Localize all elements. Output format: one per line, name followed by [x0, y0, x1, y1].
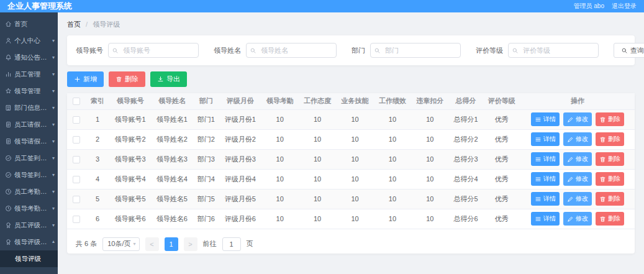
delete-button[interactable]: 删除: [596, 192, 624, 206]
edit-button[interactable]: 修改: [563, 212, 592, 226]
delete-button[interactable]: 删除: [596, 132, 624, 146]
sidebar-item[interactable]: 通知公告管理▾: [0, 49, 58, 66]
list-icon: [535, 156, 542, 163]
sidebar-item[interactable]: 个人中心▾: [0, 32, 58, 49]
batch-delete-button[interactable]: 删除: [109, 71, 145, 87]
table-row: 2领导账号2领导姓名2部门2评级月份21010101010总得分2优秀详情修改删…: [67, 129, 635, 149]
detail-button[interactable]: 详情: [531, 152, 560, 166]
trash-icon: [599, 116, 606, 123]
table-cell: 10: [411, 209, 448, 229]
row-checkbox[interactable]: [73, 196, 80, 203]
chevron-down-icon: ▾: [52, 172, 55, 178]
detail-button[interactable]: 详情: [531, 132, 560, 146]
table-cell: 总得分6: [449, 209, 483, 229]
leader-name-input[interactable]: [246, 43, 337, 58]
row-checkbox[interactable]: [73, 216, 80, 223]
edit-button[interactable]: 修改: [563, 112, 592, 126]
next-page-button[interactable]: >: [184, 237, 197, 251]
table-cell: 部门5: [193, 189, 220, 209]
list-icon: [535, 216, 542, 222]
delete-button[interactable]: 删除: [596, 112, 624, 126]
table-cell: 3: [86, 149, 109, 169]
table-cell: 评级月份4: [219, 169, 261, 189]
prev-page-button[interactable]: <: [145, 237, 159, 251]
row-checkbox[interactable]: [73, 156, 80, 163]
sidebar-item[interactable]: 领导请假管理▾: [0, 133, 58, 150]
chevron-down-icon: ▾: [52, 38, 55, 43]
trash-icon: [116, 76, 122, 83]
detail-button[interactable]: 详情: [531, 112, 560, 126]
table-cell: 10: [299, 189, 336, 209]
table-cell: 部门6: [193, 209, 220, 229]
sidebar-item[interactable]: 员工考勤管理▾: [0, 183, 58, 200]
page-size-select[interactable]: 10条/页 ▾: [102, 237, 139, 251]
detail-button[interactable]: 详情: [531, 192, 560, 206]
chevron-down-icon: ▾: [52, 55, 55, 60]
breadcrumb: 首页 / 领导评级: [67, 20, 635, 29]
sidebar-item[interactable]: 员工评级管理▾: [0, 217, 58, 234]
edit-button[interactable]: 修改: [563, 132, 592, 146]
table-cell: 优秀: [483, 189, 520, 209]
table-cell: 部门3: [193, 149, 220, 169]
table-cell: 2: [86, 129, 109, 149]
edit-button[interactable]: 修改: [563, 152, 592, 166]
breadcrumb-home[interactable]: 首页: [67, 21, 81, 28]
row-actions-cell: 详情修改删除: [520, 169, 635, 189]
table-row: 5领导账号5领导姓名5部门5评级月份51010101010总得分5优秀详情修改删…: [67, 189, 635, 209]
delete-button[interactable]: 删除: [596, 172, 624, 186]
table-cell: 10: [411, 149, 448, 169]
sidebar-item[interactable]: 领导签到管理▾: [0, 167, 58, 183]
table-cell: 总得分2: [449, 129, 483, 149]
select-all-checkbox[interactable]: [73, 98, 80, 105]
delete-button[interactable]: 删除: [596, 212, 624, 226]
export-button[interactable]: 导出: [150, 71, 187, 87]
sidebar-item[interactable]: 领导管理▾: [0, 83, 58, 99]
detail-button[interactable]: 详情: [531, 212, 560, 226]
table-header-row: 索引领导账号领导姓名部门评级月份领导考勤工作态度业务技能工作绩效违章扣分总得分评…: [67, 93, 635, 109]
sidebar-item[interactable]: 首页: [0, 16, 58, 32]
search-icon: [621, 47, 628, 54]
logout-link[interactable]: 退出登录: [612, 2, 637, 11]
table-cell: 领导姓名1: [151, 109, 193, 129]
main-content: 首页 / 领导评级 领导账号 领导姓名 部门 评价等级: [58, 12, 644, 274]
row-actions-cell: 详情修改删除: [520, 189, 635, 209]
table-cell: 10: [299, 109, 336, 129]
sidebar-item[interactable]: 领导考勤管理▾: [0, 200, 58, 217]
table-cell: 10: [336, 109, 373, 129]
sidebar-item-label: 领导签到管理: [14, 171, 50, 180]
sidebar-item[interactable]: 部门信息管理▾: [0, 99, 58, 116]
sidebar-item[interactable]: 员工管理▾: [0, 66, 58, 83]
current-user: 管理员 abo: [574, 2, 604, 11]
row-actions-cell: 详情修改删除: [520, 109, 635, 129]
edit-button[interactable]: 修改: [563, 172, 592, 186]
sidebar-item[interactable]: 员工请假管理▾: [0, 116, 58, 133]
chevron-down-icon: ▾: [52, 189, 55, 194]
pencil-icon: [567, 176, 574, 183]
table-cell: 评级月份3: [219, 149, 261, 169]
page-number-button[interactable]: 1: [165, 237, 178, 251]
sidebar-item[interactable]: 领导评级: [0, 250, 58, 267]
trash-icon: [599, 196, 606, 203]
rating-level-input[interactable]: [508, 43, 599, 58]
add-button[interactable]: 新增: [67, 71, 104, 87]
leader-account-input[interactable]: [108, 43, 199, 58]
search-button[interactable]: 查询: [614, 43, 644, 58]
table-cell: 10: [261, 209, 298, 229]
row-checkbox[interactable]: [73, 136, 80, 144]
goto-page-input[interactable]: [222, 237, 241, 251]
sidebar-item[interactable]: 领导评级管理▾: [0, 234, 58, 250]
delete-button[interactable]: 删除: [596, 152, 624, 166]
table-cell: 10: [374, 129, 411, 149]
table-cell: 10: [411, 129, 448, 149]
department-input[interactable]: [370, 43, 461, 58]
table-cell: 领导账号2: [109, 129, 151, 149]
sidebar-item-label: 个人中心: [14, 37, 50, 45]
trash-icon: [599, 136, 606, 143]
detail-button[interactable]: 详情: [531, 172, 560, 186]
row-checkbox[interactable]: [73, 176, 80, 183]
row-checkbox[interactable]: [73, 116, 80, 124]
sidebar-item[interactable]: 员工签到管理▾: [0, 150, 58, 167]
table-header-cell: 总得分: [449, 93, 483, 109]
edit-button[interactable]: 修改: [563, 192, 592, 206]
table-toolbar: 新增 删除 导出: [67, 71, 635, 87]
